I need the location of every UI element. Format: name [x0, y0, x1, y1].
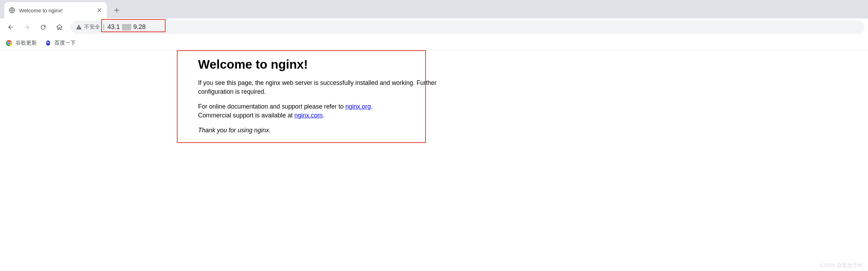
- bookmark-label: 谷歌更新: [16, 40, 37, 46]
- url-text: 43.19.28: [108, 23, 146, 31]
- page-thankyou: Thank you for using nginx.: [198, 126, 439, 135]
- browser-tab[interactable]: Welcome to nginx!: [4, 2, 107, 18]
- redacted-segment: [122, 24, 131, 30]
- warning-icon: [76, 24, 82, 30]
- baidu-icon: [45, 40, 52, 47]
- chrome-icon: [6, 40, 13, 47]
- svg-rect-2: [79, 28, 79, 29]
- home-button[interactable]: [52, 20, 66, 34]
- link-nginx-com[interactable]: nginx.com: [294, 112, 323, 119]
- tab-bar: Welcome to nginx!: [0, 0, 868, 18]
- address-bar[interactable]: 不安全 | 43.19.28: [71, 21, 864, 34]
- svg-rect-1: [79, 26, 79, 28]
- toolbar: 不安全 | 43.19.28: [0, 18, 868, 36]
- reload-button[interactable]: [36, 20, 50, 34]
- forward-button[interactable]: [20, 20, 34, 34]
- new-tab-button[interactable]: [110, 4, 123, 17]
- globe-icon: [8, 7, 16, 14]
- close-icon[interactable]: [96, 7, 103, 13]
- svg-point-9: [48, 40, 49, 42]
- security-status[interactable]: 不安全: [76, 24, 100, 30]
- back-button[interactable]: [4, 20, 18, 34]
- security-label: 不安全: [84, 24, 100, 30]
- page-heading: Welcome to nginx!: [198, 57, 439, 71]
- bookmarks-bar: 谷歌更新 百度一下: [0, 36, 868, 50]
- separator: |: [103, 23, 105, 31]
- svg-point-6: [46, 41, 47, 43]
- bookmark-label: 百度一下: [54, 40, 76, 46]
- watermark: CSDN @君故于时: [820, 262, 863, 269]
- nginx-welcome: Welcome to nginx! If you see this page, …: [198, 50, 439, 135]
- bookmark-baidu[interactable]: 百度一下: [45, 40, 76, 47]
- page-paragraph-1: If you see this page, the nginx web serv…: [198, 79, 439, 97]
- tab-title: Welcome to nginx!: [19, 7, 93, 13]
- link-nginx-org[interactable]: nginx.org: [345, 103, 371, 110]
- bookmark-chrome-update[interactable]: 谷歌更新: [6, 40, 37, 47]
- page-content: Welcome to nginx! If you see this page, …: [0, 50, 868, 135]
- page-paragraph-2: For online documentation and support ple…: [198, 102, 439, 120]
